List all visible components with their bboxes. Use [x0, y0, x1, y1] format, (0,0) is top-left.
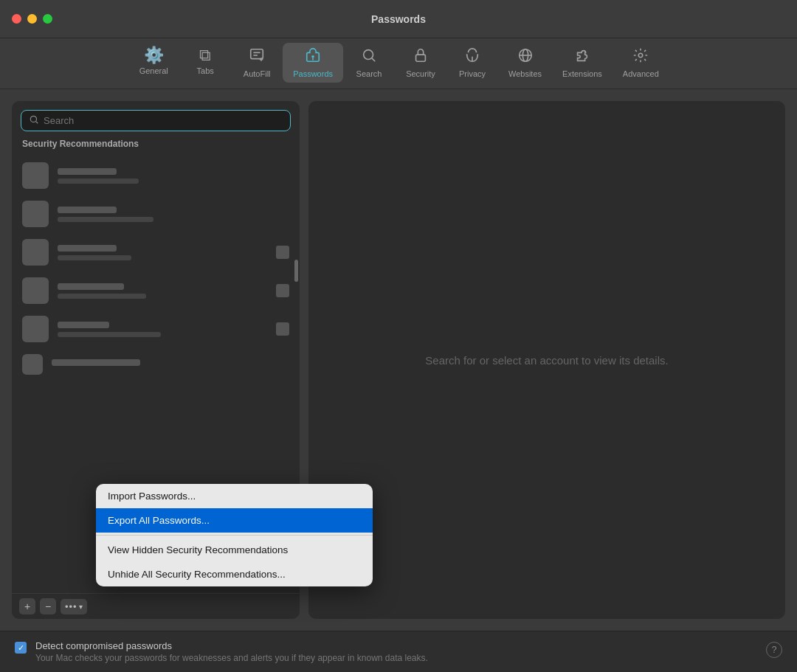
advanced-icon: [632, 47, 649, 66]
svg-rect-0: [251, 49, 263, 59]
autofill-icon: [249, 47, 265, 66]
toolbar-label-passwords: Passwords: [293, 69, 333, 78]
search-input[interactable]: [44, 115, 283, 126]
toolbar-item-security[interactable]: Security: [395, 43, 446, 83]
toolbar-label-general: General: [139, 66, 168, 75]
websites-icon: [517, 47, 534, 66]
context-menu-item-unhide[interactable]: Unhide All Security Recommendations...: [96, 562, 373, 586]
minimize-button[interactable]: [27, 14, 37, 24]
list-item[interactable]: [12, 233, 300, 271]
toolbar-label-tabs: Tabs: [197, 66, 214, 75]
toolbar-label-search: Search: [356, 69, 382, 78]
toolbar-item-general[interactable]: ⚙️ General: [128, 43, 179, 83]
passwords-icon: [305, 47, 321, 66]
list-item-badge: [276, 284, 289, 297]
list-item-avatar: [22, 277, 49, 304]
toolbar-label-extensions: Extensions: [562, 69, 602, 78]
toolbar-item-websites[interactable]: Websites: [498, 43, 552, 83]
extensions-icon: [574, 47, 590, 66]
detect-compromised-checkbox[interactable]: ✓: [15, 642, 27, 654]
right-panel: Search for or select an account to view …: [308, 101, 785, 619]
scroll-indicator: [294, 260, 298, 282]
toolbar-item-advanced[interactable]: Advanced: [613, 43, 669, 83]
main-content: Security Recommendations: [0, 89, 797, 631]
toolbar-item-autofill[interactable]: AutoFill: [231, 43, 283, 83]
remove-password-button[interactable]: −: [40, 598, 56, 614]
svg-point-14: [639, 53, 644, 58]
list-item-badge: [276, 322, 289, 336]
list-item-text: [58, 207, 289, 222]
window-title: Passwords: [371, 13, 426, 25]
help-button[interactable]: ?: [766, 642, 782, 658]
list-item-text: [58, 322, 267, 337]
search-inline-icon: [29, 114, 39, 127]
context-menu-divider: [96, 535, 373, 536]
list-item-avatar: [22, 239, 49, 266]
svg-point-5: [311, 55, 314, 58]
list-item-badge: [276, 246, 289, 259]
list-item[interactable]: [12, 195, 300, 233]
toolbar-label-autofill: AutoFill: [244, 69, 271, 78]
toolbar-label-security: Security: [406, 69, 435, 78]
detect-text: Detect compromised passwords Your Mac ch…: [35, 640, 757, 663]
svg-rect-9: [416, 55, 426, 61]
bottom-bar: ✓ Detect compromised passwords Your Mac …: [0, 631, 797, 672]
list-item-title: [52, 359, 140, 366]
list-item[interactable]: [12, 348, 300, 381]
general-icon: ⚙️: [144, 47, 164, 63]
detect-title: Detect compromised passwords: [35, 640, 757, 651]
list-item-avatar: [22, 316, 49, 342]
checkmark-icon: ✓: [18, 643, 24, 653]
maximize-button[interactable]: [43, 14, 52, 24]
list-item-title: [58, 322, 109, 328]
title-bar: Passwords: [0, 0, 797, 38]
chevron-down-icon: ▾: [79, 603, 83, 611]
list-item-text: [58, 245, 267, 260]
svg-line-16: [36, 122, 38, 124]
list-item[interactable]: [12, 310, 300, 348]
toolbar-item-tabs[interactable]: ⧉ Tabs: [179, 43, 231, 83]
privacy-icon: [464, 47, 480, 66]
list-item-subtitle: [58, 332, 161, 337]
list-item-title: [58, 168, 117, 175]
list-item-text: [58, 283, 267, 299]
add-password-button[interactable]: +: [19, 598, 35, 614]
toolbar: ⚙️ General ⧉ Tabs AutoFill Passwords: [0, 38, 797, 89]
list-item[interactable]: [12, 156, 300, 195]
svg-point-15: [30, 116, 36, 122]
list-item-text: [58, 168, 289, 184]
list-item-subtitle: [58, 255, 131, 260]
toolbar-item-search[interactable]: Search: [343, 43, 395, 83]
list-item-subtitle: [58, 179, 139, 184]
more-options-button[interactable]: ••• ▾: [61, 599, 87, 614]
search-icon: [361, 47, 377, 66]
toolbar-item-passwords[interactable]: Passwords: [283, 43, 343, 83]
list-item-avatar: [22, 354, 43, 375]
search-input-wrapper[interactable]: [21, 110, 291, 131]
list-item-avatar: [22, 162, 49, 189]
list-item-subtitle: [58, 294, 146, 299]
toolbar-label-websites: Websites: [508, 69, 542, 78]
empty-state-text: Search for or select an account to view …: [425, 354, 668, 367]
list-item-title: [58, 207, 117, 213]
detect-subtitle: Your Mac checks your passwords for weakn…: [35, 653, 757, 663]
list-item-title: [58, 245, 117, 252]
more-dots-icon: •••: [65, 601, 77, 612]
svg-point-7: [364, 50, 373, 60]
context-menu-item-export[interactable]: Export All Passwords...: [96, 508, 373, 533]
list-item-avatar: [22, 201, 49, 227]
list-item-subtitle: [58, 217, 153, 222]
list-item-text: [52, 359, 289, 370]
security-icon: [413, 47, 429, 66]
tabs-icon: ⧉: [199, 47, 211, 63]
toolbar-item-privacy[interactable]: Privacy: [446, 43, 498, 83]
list-item-title: [58, 283, 124, 290]
context-menu: Import Passwords... Export All Passwords…: [96, 484, 373, 586]
list-item[interactable]: [12, 271, 300, 310]
close-button[interactable]: [12, 14, 21, 24]
toolbar-item-extensions[interactable]: Extensions: [552, 43, 613, 83]
svg-line-8: [372, 58, 375, 61]
context-menu-item-import[interactable]: Import Passwords...: [96, 484, 373, 508]
section-header: Security Recommendations: [12, 131, 300, 153]
context-menu-item-view-hidden[interactable]: View Hidden Security Recommendations: [96, 538, 373, 562]
